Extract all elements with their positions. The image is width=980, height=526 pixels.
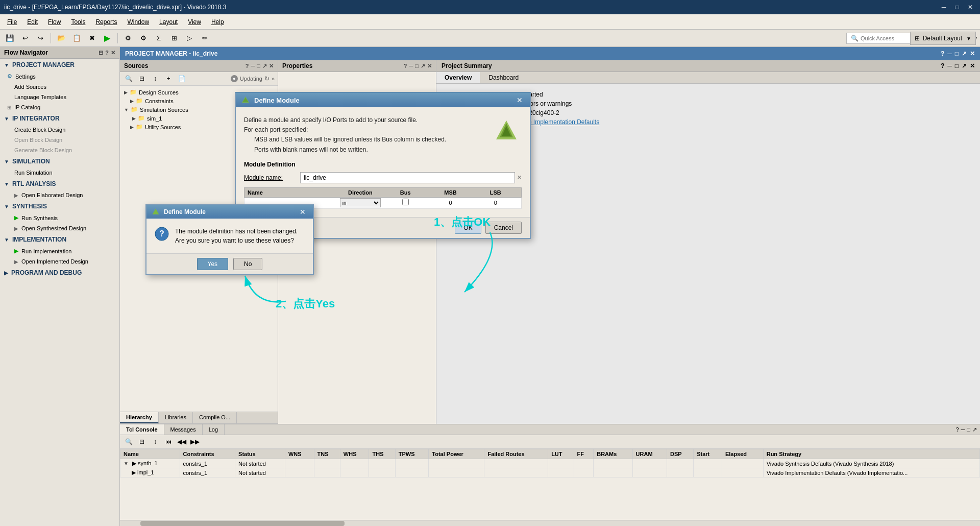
tab-tcl-console[interactable]: Tcl Console <box>120 424 164 435</box>
bt-search-button[interactable]: 🔍 <box>123 437 134 447</box>
nav-section-synthesis[interactable]: ▼ SYNTHESIS <box>0 200 119 212</box>
debug-button[interactable]: ⚙ <box>121 32 135 45</box>
stop-button[interactable]: ▷ <box>183 32 196 45</box>
run-button[interactable]: ▶ <box>101 32 114 45</box>
sources-help-icon[interactable]: ? <box>246 63 249 69</box>
port-direction-select[interactable]: in out inout <box>340 198 381 207</box>
bt-filter-button[interactable]: ⊟ <box>136 437 148 447</box>
pm-help-icon[interactable]: ? <box>941 50 944 57</box>
bottom-max-icon[interactable]: □ <box>967 426 970 433</box>
minimize-button[interactable]: ─ <box>938 3 949 12</box>
sum-button[interactable]: Σ <box>152 32 165 45</box>
delete-button[interactable]: ✖ <box>85 32 99 45</box>
save-button[interactable]: 💾 <box>3 32 16 45</box>
ps-min-icon[interactable]: ─ <box>947 62 952 69</box>
nav-item-create-block-design[interactable]: Create Block Design <box>0 125 119 135</box>
tab-compile[interactable]: Compile O... <box>193 412 237 423</box>
tab-overview[interactable]: Overview <box>436 72 480 83</box>
bottom-help-icon[interactable]: ? <box>955 426 959 433</box>
dm-ok-button[interactable]: OK <box>455 222 481 234</box>
tab-dashboard[interactable]: Dashboard <box>480 72 527 83</box>
sources-filter-button[interactable]: ⊟ <box>136 74 148 84</box>
menu-layout[interactable]: Layout <box>154 16 183 28</box>
nav-item-run-simulation[interactable]: Run Simulation <box>0 168 119 178</box>
flow-nav-close-icon[interactable]: ? <box>105 50 109 56</box>
h-scrollbar[interactable] <box>120 520 980 526</box>
nav-section-implementation[interactable]: ▼ IMPLEMENTATION <box>0 233 119 246</box>
module-name-clear-icon[interactable]: ✕ <box>517 174 522 181</box>
module-name-input[interactable] <box>300 172 515 183</box>
menu-window[interactable]: Window <box>122 16 154 28</box>
menu-reports[interactable]: Reports <box>90 16 122 28</box>
expand-more-icon[interactable]: » <box>272 76 275 82</box>
sources-search-button[interactable]: 🔍 <box>123 74 134 84</box>
bt-next-button[interactable]: ▶▶ <box>189 437 201 447</box>
sources-file-button[interactable]: 📄 <box>176 74 187 84</box>
confirm-close-button[interactable]: ✕ <box>298 208 308 216</box>
nav-section-ip-integrator[interactable]: ▼ IP INTEGRATOR <box>0 112 119 125</box>
bottom-undock-icon[interactable]: ↗ <box>972 426 977 433</box>
bt-sort-button[interactable]: ↕ <box>150 437 161 447</box>
maximize-button[interactable]: □ <box>951 3 963 12</box>
nav-section-simulation[interactable]: ▼ SIMULATION <box>0 155 119 168</box>
bottom-min-icon[interactable]: ─ <box>961 426 965 433</box>
nav-section-rtl[interactable]: ▼ RTL ANALYSIS <box>0 178 119 190</box>
sources-min-icon[interactable]: ─ <box>251 63 255 69</box>
copy-button[interactable]: 📋 <box>70 32 83 45</box>
sources-max-icon[interactable]: □ <box>257 63 260 69</box>
menu-flow[interactable]: Flow <box>43 16 66 28</box>
program-button[interactable]: ⚙ <box>137 32 150 45</box>
menu-tools[interactable]: Tools <box>66 16 90 28</box>
tab-libraries[interactable]: Libraries <box>159 412 193 423</box>
pm-min-icon[interactable]: ─ <box>947 50 952 57</box>
edit-button[interactable]: ✏ <box>198 32 211 45</box>
flow-nav-pin-icon[interactable]: ⊟ <box>99 50 103 56</box>
sources-sort-button[interactable]: ↕ <box>150 74 161 84</box>
table-row-impl[interactable]: ▶ impl_1 constrs_1 Not started <box>120 468 980 477</box>
nav-item-settings[interactable]: ⚙ Settings <box>0 71 119 82</box>
dm-close-button[interactable]: ✕ <box>514 96 525 104</box>
nav-item-ip-catalog[interactable]: ⊞ IP Catalog <box>0 102 119 112</box>
nav-item-open-implemented[interactable]: ▶ Open Implemented Design <box>0 256 119 267</box>
pm-undock-icon[interactable]: ↗ <box>962 50 967 57</box>
tab-hierarchy[interactable]: Hierarchy <box>120 412 159 423</box>
menu-file[interactable]: File <box>2 16 22 28</box>
nav-item-open-elaborated[interactable]: ▶ Open Elaborated Design <box>0 190 119 200</box>
nav-item-open-synthesized[interactable]: ▶ Open Synthesized Design <box>0 223 119 233</box>
port-bus-checkbox[interactable] <box>402 199 409 205</box>
nav-section-project-manager[interactable]: ▼ PROJECT MANAGER <box>0 59 119 71</box>
ps-close-icon[interactable]: ✕ <box>970 62 975 69</box>
menu-edit[interactable]: Edit <box>22 16 43 28</box>
default-layout-dropdown[interactable]: ⊞ Default Layout ▼ <box>910 32 976 45</box>
nav-item-run-implementation[interactable]: ▶ Run Implementation <box>0 246 119 256</box>
close-window-button[interactable]: ✕ <box>965 3 976 12</box>
nav-item-generate-block-design[interactable]: Generate Block Design <box>0 145 119 155</box>
nav-item-run-synthesis[interactable]: ▶ Run Synthesis <box>0 212 119 223</box>
dm-cancel-button[interactable]: Cancel <box>485 222 522 234</box>
props-min-icon[interactable]: ─ <box>409 63 413 69</box>
pm-close-icon[interactable]: ✕ <box>970 50 975 57</box>
sources-close-icon[interactable]: ✕ <box>269 63 274 69</box>
nav-section-program[interactable]: ▶ PROGRAM AND DEBUG <box>0 267 119 279</box>
menu-view[interactable]: View <box>183 16 206 28</box>
ps-help-icon[interactable]: ? <box>941 62 944 69</box>
step-button[interactable]: ⊞ <box>167 32 181 45</box>
flow-nav-help-icon[interactable]: ✕ <box>111 50 115 56</box>
open-button[interactable]: 📂 <box>55 32 68 45</box>
nav-item-language-templates[interactable]: Language Templates <box>0 92 119 102</box>
props-close-icon[interactable]: ✕ <box>427 63 432 69</box>
bt-prev-button[interactable]: ◀◀ <box>176 437 187 447</box>
nav-item-open-block-design[interactable]: Open Block Design <box>0 135 119 145</box>
props-undock-icon[interactable]: ↗ <box>421 63 425 69</box>
ps-undock-icon[interactable]: ↗ <box>962 62 967 69</box>
nav-item-add-sources[interactable]: Add Sources <box>0 82 119 92</box>
undo-button[interactable]: ↩ <box>18 32 32 45</box>
bt-first-button[interactable]: ⏮ <box>163 437 174 447</box>
redo-button[interactable]: ↪ <box>34 32 47 45</box>
table-row-synth[interactable]: ▼ ▶ synth_1 constrs_1 Not started <box>120 459 980 468</box>
refresh-icon[interactable]: ↻ <box>264 75 270 82</box>
ps-max-icon[interactable]: □ <box>955 62 959 69</box>
props-max-icon[interactable]: □ <box>415 63 419 69</box>
confirm-no-button[interactable]: No <box>233 258 262 270</box>
confirm-yes-button[interactable]: Yes <box>197 258 229 270</box>
